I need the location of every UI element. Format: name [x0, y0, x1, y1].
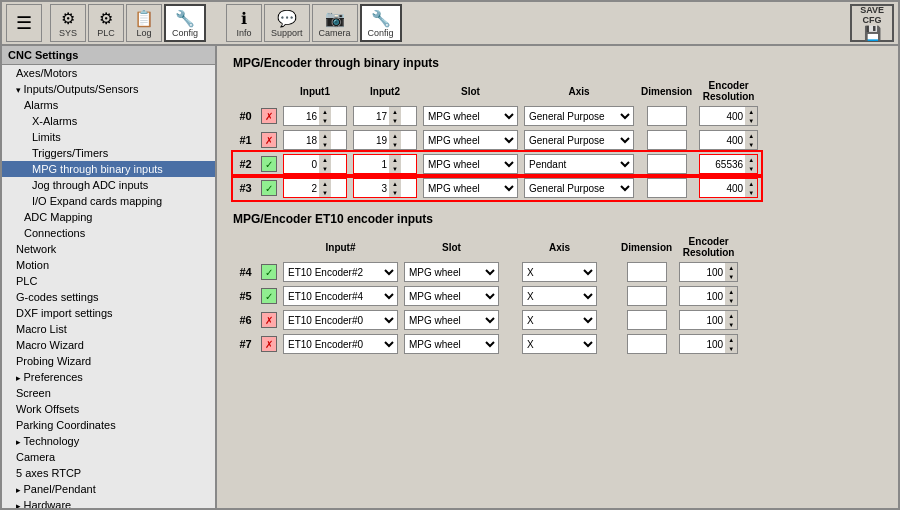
sidebar-item-io[interactable]: Inputs/Outputs/Sensors: [2, 81, 215, 97]
sidebar-item-plc[interactable]: PLC: [2, 273, 215, 289]
row4-input[interactable]: ET10 Encoder#2ET10 Encoder#0ET10 Encoder…: [283, 262, 398, 282]
sidebar-item-dxf[interactable]: DXF import settings: [2, 305, 215, 321]
sidebar-item-jog[interactable]: Jog through ADC inputs: [2, 177, 215, 193]
toolbar-config[interactable]: 🔧 Config: [164, 4, 206, 42]
row6-input[interactable]: ET10 Encoder#0ET10 Encoder#2ET10 Encoder…: [283, 310, 398, 330]
row0-slot[interactable]: MPG wheel: [423, 106, 518, 126]
row1-in1-input[interactable]: [284, 131, 319, 149]
row1-enc-input[interactable]: [700, 131, 745, 149]
row0-axis[interactable]: General Purpose Pendant X: [524, 106, 634, 126]
row3-enc-input[interactable]: [700, 179, 745, 197]
save-cfg-button[interactable]: SAVE CFG 💾: [850, 4, 894, 42]
row4-enc-up[interactable]: ▲: [725, 263, 737, 272]
row5-dim[interactable]: [627, 286, 667, 306]
row7-enc-up[interactable]: ▲: [725, 335, 737, 344]
sidebar-item-macrowizard[interactable]: Macro Wizard: [2, 337, 215, 353]
toolbar-plc[interactable]: ⚙ PLC: [88, 4, 124, 42]
row1-slot[interactable]: MPG wheel: [423, 130, 518, 150]
row6-dim[interactable]: [627, 310, 667, 330]
toolbar-sys[interactable]: ⚙ SYS: [50, 4, 86, 42]
row3-in1-input[interactable]: [284, 179, 319, 197]
row0-dim[interactable]: [647, 106, 687, 126]
row5-axis[interactable]: XYZ: [522, 286, 597, 306]
row1-check[interactable]: ✗: [261, 132, 277, 148]
sidebar-item-adc[interactable]: ADC Mapping: [2, 209, 215, 225]
row3-in2-input[interactable]: [354, 179, 389, 197]
sidebar-item-preferences[interactable]: Preferences: [2, 369, 215, 385]
row1-in2-down[interactable]: ▼: [389, 140, 401, 149]
row7-input[interactable]: ET10 Encoder#0ET10 Encoder#2ET10 Encoder…: [283, 334, 398, 354]
row5-enc-input[interactable]: [680, 287, 725, 305]
row3-check[interactable]: ✓: [261, 180, 277, 196]
row3-in1-down[interactable]: ▼: [319, 188, 331, 197]
sidebar-item-ioexpand[interactable]: I/O Expand cards mapping: [2, 193, 215, 209]
row0-in1-up[interactable]: ▲: [319, 107, 331, 116]
row1-in1-down[interactable]: ▼: [319, 140, 331, 149]
sidebar-item-screen[interactable]: Screen: [2, 385, 215, 401]
row7-slot[interactable]: MPG wheel: [404, 334, 499, 354]
sidebar-item-network[interactable]: Network: [2, 241, 215, 257]
sidebar-item-alarms[interactable]: Alarms: [2, 97, 215, 113]
row7-check[interactable]: ✗: [261, 336, 277, 352]
row4-slot[interactable]: MPG wheel: [404, 262, 499, 282]
sidebar-item-5axes[interactable]: 5 axes RTCP: [2, 465, 215, 481]
row6-check[interactable]: ✗: [261, 312, 277, 328]
row1-enc-down[interactable]: ▼: [745, 140, 757, 149]
row6-slot[interactable]: MPG wheel: [404, 310, 499, 330]
row0-enc-up[interactable]: ▲: [745, 107, 757, 116]
toolbar-log[interactable]: 📋 Log: [126, 4, 162, 42]
row0-in1-down[interactable]: ▼: [319, 116, 331, 125]
sidebar-item-parking[interactable]: Parking Coordinates: [2, 417, 215, 433]
row6-enc-input[interactable]: [680, 311, 725, 329]
row2-axis[interactable]: PendantGeneral PurposeX: [524, 154, 634, 174]
row1-in1-up[interactable]: ▲: [319, 131, 331, 140]
row4-dim[interactable]: [627, 262, 667, 282]
sidebar-item-technology[interactable]: Technology: [2, 433, 215, 449]
row2-in2-up[interactable]: ▲: [389, 155, 401, 164]
row4-axis[interactable]: XYZ: [522, 262, 597, 282]
row2-in1-input[interactable]: [284, 155, 319, 173]
sidebar-item-axes[interactable]: Axes/Motors: [2, 65, 215, 81]
row0-enc-down[interactable]: ▼: [745, 116, 757, 125]
row1-in2-up[interactable]: ▲: [389, 131, 401, 140]
row6-enc-up[interactable]: ▲: [725, 311, 737, 320]
sidebar-item-limits[interactable]: Limits: [2, 129, 215, 145]
row3-axis[interactable]: General PurposePendantX: [524, 178, 634, 198]
row7-dim[interactable]: [627, 334, 667, 354]
sidebar-item-mpg[interactable]: MPG through binary inputs: [2, 161, 215, 177]
row5-enc-down[interactable]: ▼: [725, 296, 737, 305]
toolbar-config2[interactable]: 🔧 Config: [360, 4, 402, 42]
sidebar-item-gcodes[interactable]: G-codes settings: [2, 289, 215, 305]
row6-axis[interactable]: XYZ: [522, 310, 597, 330]
row3-enc-down[interactable]: ▼: [745, 188, 757, 197]
row2-in1-down[interactable]: ▼: [319, 164, 331, 173]
sidebar-item-camera2[interactable]: Camera: [2, 449, 215, 465]
row2-in2-down[interactable]: ▼: [389, 164, 401, 173]
row3-in1-up[interactable]: ▲: [319, 179, 331, 188]
row0-in2-down[interactable]: ▼: [389, 116, 401, 125]
sidebar-item-panel[interactable]: Panel/Pendant: [2, 481, 215, 497]
row2-enc-up[interactable]: ▲: [745, 155, 757, 164]
row1-in2-input[interactable]: [354, 131, 389, 149]
row0-enc-input[interactable]: [700, 107, 745, 125]
row3-slot[interactable]: MPG wheel: [423, 178, 518, 198]
row5-slot[interactable]: MPG wheel: [404, 286, 499, 306]
sidebar-item-macrolist[interactable]: Macro List: [2, 321, 215, 337]
row0-check[interactable]: ✗: [261, 108, 277, 124]
row6-enc-down[interactable]: ▼: [725, 320, 737, 329]
row4-enc-input[interactable]: [680, 263, 725, 281]
row2-dim[interactable]: [647, 154, 687, 174]
row7-enc-input[interactable]: [680, 335, 725, 353]
row3-in2-up[interactable]: ▲: [389, 179, 401, 188]
row4-check[interactable]: ✓: [261, 264, 277, 280]
sidebar-item-hardware[interactable]: Hardware: [2, 497, 215, 508]
row4-enc-down[interactable]: ▼: [725, 272, 737, 281]
row0-in1-input[interactable]: [284, 107, 319, 125]
row7-axis[interactable]: XYZ: [522, 334, 597, 354]
row3-dim[interactable]: [647, 178, 687, 198]
sidebar-item-probing[interactable]: Probing Wizard: [2, 353, 215, 369]
row3-enc-up[interactable]: ▲: [745, 179, 757, 188]
row2-enc-down[interactable]: ▼: [745, 164, 757, 173]
sidebar-item-connections[interactable]: Connections: [2, 225, 215, 241]
toolbar-camera[interactable]: 📷 Camera: [312, 4, 358, 42]
